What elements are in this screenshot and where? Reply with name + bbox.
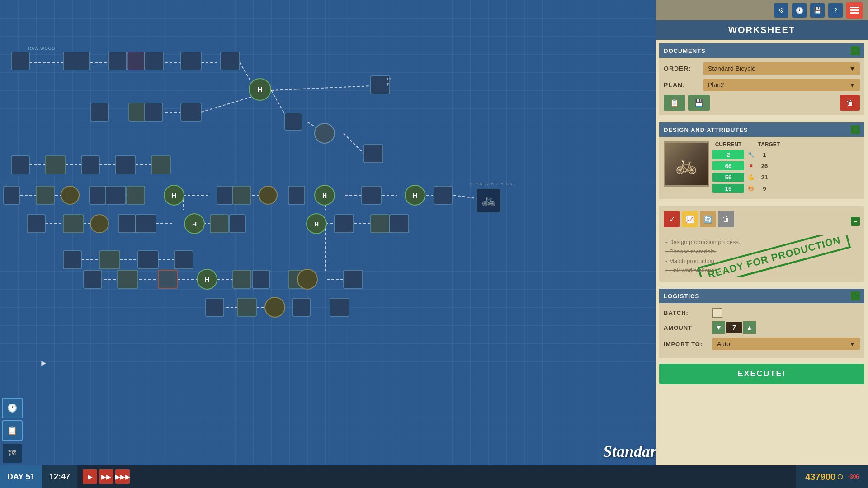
svg-rect-103 (136, 215, 156, 233)
svg-rect-88 (233, 186, 251, 204)
svg-point-81 (61, 186, 79, 204)
svg-rect-130 (293, 298, 310, 316)
amount-decrease-btn[interactable]: ▼ (712, 321, 725, 334)
fast-forward-button[interactable]: ▶▶ (99, 469, 113, 484)
svg-rect-137 (850, 9, 859, 11)
svg-rect-111 (371, 215, 390, 233)
attributes-table: CURRENT TARGET 2 🔧 1 66 ■ 26 (712, 141, 860, 195)
documents-label: DOCUMENTS (664, 47, 706, 54)
plan-row: PLAN: Plan2 ▼ (664, 79, 860, 91)
attr-target-0: 1 (758, 151, 771, 158)
right-panel: ⚙ 🕐 💾 ? WORKSHEET DOCUMENTS − ORDER: Sta… (656, 0, 868, 488)
design-collapse-btn[interactable]: − (851, 125, 860, 134)
svg-text:7: 7 (387, 82, 389, 87)
svg-rect-76 (81, 156, 99, 174)
svg-text:H: H (192, 221, 197, 228)
svg-text:12: 12 (387, 77, 391, 81)
settings-icon[interactable]: ⚙ (774, 3, 788, 18)
save-button[interactable]: 💾 (688, 95, 710, 111)
plan-select[interactable]: Plan2 ▼ (703, 79, 860, 91)
triple-speed-button[interactable]: ▶▶▶ (115, 469, 130, 484)
product-image (664, 141, 709, 187)
task-tab-delete[interactable]: 🗑 (718, 211, 734, 227)
svg-rect-60 (127, 52, 145, 70)
worksheet: WORKSHEET DOCUMENTS − ORDER: Standard Bi… (656, 20, 868, 488)
execute-button[interactable]: EXECUTE! (659, 364, 864, 384)
sidebar-clock-icon[interactable]: 🕐 (2, 398, 23, 418)
svg-line-5 (240, 62, 251, 81)
svg-text:H: H (413, 192, 417, 199)
import-select[interactable]: Auto ▼ (712, 338, 860, 350)
target-header: TARGET (758, 141, 780, 148)
logistics-header: LOGISTICS − (659, 289, 864, 303)
design-section: DESIGN AND ATTRIBUTES − CURRENT TARGET 2… (659, 122, 864, 199)
svg-point-72 (315, 123, 335, 143)
svg-rect-114 (99, 251, 120, 269)
svg-rect-124 (288, 270, 307, 288)
svg-point-91 (315, 185, 335, 205)
svg-rect-138 (850, 12, 859, 14)
svg-rect-99 (27, 215, 45, 233)
svg-rect-115 (138, 251, 158, 269)
logistics-collapse-btn[interactable]: − (851, 291, 860, 300)
svg-point-64 (249, 79, 271, 100)
help-icon[interactable]: ? (828, 3, 843, 18)
svg-line-12 (307, 122, 326, 133)
svg-rect-58 (63, 52, 90, 70)
workflow-diagram: H H H H (0, 0, 515, 443)
import-label: IMPORT TO: (664, 341, 709, 347)
svg-text:H: H (172, 192, 176, 199)
tasks-collapse-btn[interactable]: − (851, 217, 860, 226)
documents-collapse-btn[interactable]: − (851, 46, 860, 55)
task-tab-chart[interactable]: 📈 (682, 211, 698, 227)
task-tab-check[interactable]: ✓ (664, 211, 680, 227)
canvas-area[interactable]: H H H H (0, 0, 515, 488)
design-content: CURRENT TARGET 2 🔧 1 66 ■ 26 (664, 141, 860, 195)
svg-rect-131 (330, 298, 349, 316)
day-display: DAY 51 (0, 465, 42, 488)
svg-rect-128 (237, 298, 256, 316)
documents-section: DOCUMENTS − ORDER: Standard Bicycle ▼ PL… (659, 43, 864, 115)
menu-button[interactable] (846, 2, 863, 19)
svg-rect-61 (145, 52, 164, 70)
svg-rect-77 (115, 156, 136, 174)
order-label: ORDER: (664, 65, 700, 72)
svg-text:H: H (257, 86, 263, 94)
svg-rect-75 (45, 156, 66, 174)
batch-row: BATCH: (664, 308, 860, 318)
delete-button[interactable]: 🗑 (840, 95, 860, 111)
batch-label: BATCH: (664, 310, 709, 316)
current-header: CURRENT (712, 141, 744, 148)
svg-point-101 (90, 215, 108, 233)
play-button[interactable]: ▶ (83, 469, 97, 484)
attr-icon-0: 🔧 (746, 150, 756, 160)
svg-line-10 (271, 90, 289, 122)
order-select[interactable]: Standard Bicycle ▼ (703, 62, 860, 75)
task-tabs: ✓ 📈 🔄 🗑 (664, 211, 734, 227)
svg-rect-118 (118, 270, 138, 288)
tasks-wrapper: - Design production process. - Choose ma… (664, 235, 860, 277)
copy-button[interactable]: 📋 (664, 95, 685, 111)
svg-rect-80 (36, 186, 54, 204)
svg-rect-63 (221, 52, 240, 70)
svg-text:🚲: 🚲 (481, 192, 496, 207)
svg-rect-73 (364, 145, 383, 163)
task-tab-cycle[interactable]: 🔄 (700, 211, 716, 227)
amount-increase-btn[interactable]: ▲ (743, 321, 756, 334)
attr-current-0: 2 (712, 150, 744, 159)
sidebar-map-icon[interactable]: 🗺 (2, 443, 23, 464)
svg-text:H: H (205, 276, 209, 283)
attr-current-3: 15 (712, 184, 744, 193)
batch-checkbox[interactable] (712, 308, 722, 318)
svg-rect-70 (181, 103, 201, 121)
import-row: IMPORT TO: Auto ▼ (664, 338, 860, 350)
save-icon[interactable]: 💾 (810, 3, 825, 18)
clock-icon[interactable]: 🕐 (792, 3, 807, 18)
top-toolbar: ⚙ 🕐 💾 ? (656, 0, 868, 20)
svg-rect-62 (181, 52, 201, 70)
sidebar-clipboard-icon[interactable]: 📋 (2, 420, 23, 441)
design-header: DESIGN AND ATTRIBUTES − (659, 122, 864, 137)
document-actions: 📋 💾 🗑 (664, 95, 860, 111)
svg-rect-69 (145, 103, 163, 121)
plan-label: PLAN: (664, 81, 700, 89)
